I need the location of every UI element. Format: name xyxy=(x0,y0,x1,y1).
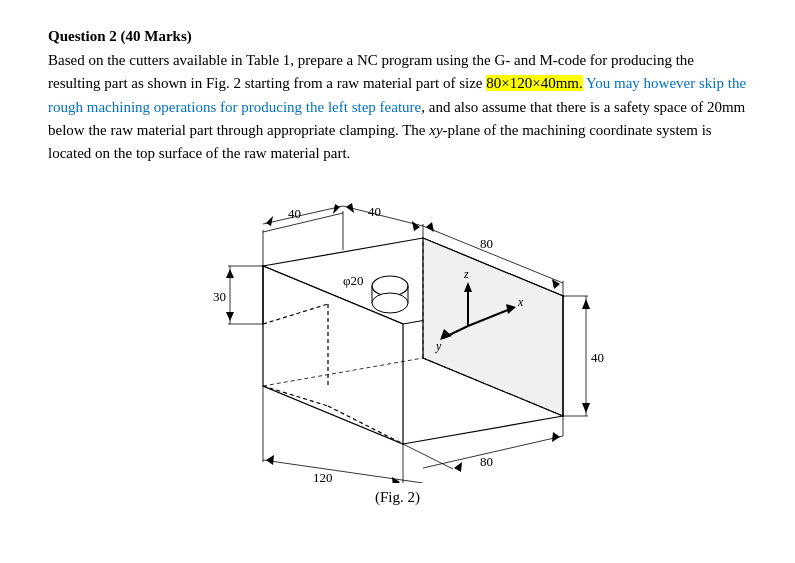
question-text: Based on the cutters available in Table … xyxy=(48,49,747,165)
svg-line-26 xyxy=(263,213,343,232)
svg-marker-53 xyxy=(582,403,590,413)
svg-marker-2 xyxy=(423,238,563,416)
svg-marker-65 xyxy=(552,432,560,442)
svg-text:z: z xyxy=(463,267,469,281)
svg-point-16 xyxy=(372,293,408,313)
question-header: Question 2 (40 Marks) xyxy=(48,28,747,45)
svg-line-33 xyxy=(343,206,423,226)
svg-marker-30 xyxy=(266,216,273,226)
svg-text:y: y xyxy=(435,339,442,353)
svg-text:φ20: φ20 xyxy=(343,273,364,288)
svg-marker-64 xyxy=(454,462,462,472)
svg-marker-31 xyxy=(333,204,340,214)
highlight-dimensions: 80×120×40mm. xyxy=(486,75,583,91)
svg-line-29 xyxy=(263,206,343,224)
svg-marker-36 xyxy=(412,221,420,231)
figure-svg: z x y 40 40 80 xyxy=(158,183,638,483)
svg-marker-40 xyxy=(426,222,434,232)
svg-line-55 xyxy=(263,460,423,483)
svg-marker-58 xyxy=(266,455,274,465)
svg-text:x: x xyxy=(517,295,524,309)
svg-marker-35 xyxy=(346,203,354,213)
svg-text:40: 40 xyxy=(591,350,604,365)
svg-marker-59 xyxy=(392,477,400,483)
svg-text:80: 80 xyxy=(480,236,493,251)
svg-marker-47 xyxy=(226,312,234,321)
svg-line-62 xyxy=(403,444,453,469)
svg-text:80: 80 xyxy=(480,454,493,469)
page: Question 2 (40 Marks) Based on the cutte… xyxy=(0,0,795,563)
svg-text:40: 40 xyxy=(368,204,381,219)
figure-area: z x y 40 40 80 xyxy=(48,183,747,506)
svg-marker-52 xyxy=(582,299,590,309)
svg-line-61 xyxy=(423,436,563,468)
svg-line-3 xyxy=(403,416,563,444)
text-xy: xy xyxy=(429,122,442,138)
svg-text:30: 30 xyxy=(213,289,226,304)
figure-caption: (Fig. 2) xyxy=(375,489,420,506)
svg-text:120: 120 xyxy=(313,470,333,483)
svg-text:40: 40 xyxy=(288,206,301,221)
svg-marker-46 xyxy=(226,269,234,278)
